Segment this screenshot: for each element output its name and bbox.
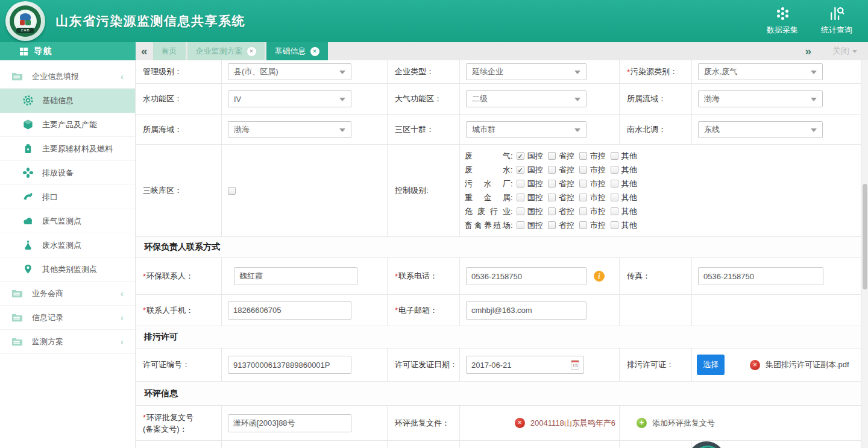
checkbox-provincial[interactable] xyxy=(548,221,556,229)
pollution-source-type-select[interactable]: 废水,废气 xyxy=(698,63,823,80)
checkbox-provincial[interactable] xyxy=(548,166,556,174)
checkbox-other[interactable] xyxy=(611,152,618,160)
contact-mobile-input[interactable] xyxy=(228,301,351,320)
checkbox-municipal[interactable] xyxy=(579,194,587,201)
contact-phone-input[interactable] xyxy=(466,267,587,285)
checkbox-other[interactable] xyxy=(611,180,618,188)
sidebar-group-business-consult[interactable]: 业务会商 ‹ xyxy=(0,282,135,306)
water-function-zone-label: 水功能区： xyxy=(136,84,222,114)
checkbox-municipal[interactable] xyxy=(579,180,587,188)
email-input[interactable] xyxy=(466,301,587,320)
three-zones-ten-clusters-select[interactable]: 城市群 xyxy=(466,121,587,138)
folder-icon xyxy=(11,312,23,323)
close-menu-button[interactable]: 关闭 xyxy=(832,46,857,57)
tab-basic-info[interactable]: 基础信息 xyxy=(266,42,328,60)
outlet-icon xyxy=(22,191,34,203)
eia-file-name: 20041118山东晨鸣年产6 xyxy=(530,418,615,429)
contact-mobile-label: *联系人手机： xyxy=(136,295,222,326)
management-level-label: 管理级别： xyxy=(136,60,222,83)
close-tab-icon[interactable] xyxy=(247,47,256,56)
three-gorges-checkbox[interactable] xyxy=(228,187,236,195)
fax-input[interactable] xyxy=(698,267,823,285)
control-level-label: 控制级别: xyxy=(388,145,460,236)
tab-home[interactable]: 首页 xyxy=(153,42,186,60)
checkbox-national[interactable] xyxy=(517,194,524,201)
permit-issue-date-input[interactable] xyxy=(466,356,584,374)
folder-icon xyxy=(11,71,23,82)
sidebar-group-info-records[interactable]: 信息记录 ‹ xyxy=(0,306,135,330)
checkbox-municipal[interactable] xyxy=(579,207,587,215)
close-tab-icon[interactable] xyxy=(310,47,319,56)
chevron-down-icon xyxy=(574,71,580,74)
checkbox-other[interactable] xyxy=(611,194,618,201)
grid-icon xyxy=(20,48,28,55)
checkbox-provincial[interactable] xyxy=(548,194,556,201)
vertical-scrollbar[interactable] xyxy=(861,60,868,448)
air-function-zone-select[interactable]: 二级 xyxy=(466,90,587,107)
checkbox-provincial[interactable] xyxy=(548,207,556,215)
sidebar-item-materials-fuel[interactable]: 主要原辅材料及燃料 xyxy=(0,137,135,161)
add-eia-number-link[interactable]: 添加环评批复文号 xyxy=(652,418,715,429)
checkbox-national[interactable] xyxy=(517,152,524,160)
south-north-water-label: 南水北调： xyxy=(620,115,692,144)
delete-file-icon[interactable] xyxy=(515,418,525,428)
sidebar-item-products[interactable]: 主要产品及产能 xyxy=(0,113,135,137)
checkbox-provincial[interactable] xyxy=(548,180,556,188)
checkbox-national[interactable] xyxy=(517,221,524,229)
sidebar-item-basic-info[interactable]: 基础信息 xyxy=(0,89,135,113)
email-label: *电子邮箱： xyxy=(388,295,460,326)
calendar-icon[interactable]: 15 xyxy=(571,360,579,370)
checkbox-national[interactable] xyxy=(517,207,524,215)
permit-number-input[interactable] xyxy=(228,356,351,374)
checkbox-other[interactable] xyxy=(611,207,618,215)
permit-cert-label: 排污许可证： xyxy=(620,349,692,381)
eia-approval-number-input[interactable] xyxy=(228,414,351,432)
air-function-zone-label: 大气功能区： xyxy=(388,84,460,114)
scrollbar-thumb[interactable] xyxy=(863,184,867,289)
tab-enterprise-monitor-plan[interactable]: 企业监测方案 xyxy=(187,42,265,60)
checkbox-municipal[interactable] xyxy=(579,221,587,229)
checkbox-municipal[interactable] xyxy=(579,152,587,160)
checkbox-national[interactable] xyxy=(517,166,524,174)
section-contact-header: 环保负责人联系方式 xyxy=(136,237,868,258)
checkbox-other[interactable] xyxy=(611,166,618,174)
app-header: ZHB 山东省污染源监测信息共享系统 数据采集 统计查询 xyxy=(0,0,868,42)
sidebar-item-outlets[interactable]: 排口 xyxy=(0,185,135,209)
permit-date-label: 许可证发证日期： xyxy=(388,349,460,381)
delete-file-icon[interactable] xyxy=(750,360,760,370)
section-permit-header: 排污许可 xyxy=(136,326,868,349)
data-collection-button[interactable]: 数据采集 xyxy=(760,5,805,36)
sidebar-group-monitor-plan[interactable]: 监测方案 ‹ xyxy=(0,330,135,354)
pin-icon xyxy=(22,263,34,275)
folder-icon xyxy=(11,336,23,347)
river-basin-select[interactable]: 渤海 xyxy=(698,90,823,107)
fuel-icon xyxy=(22,143,34,154)
tabs-scroll-right-button[interactable]: » xyxy=(799,42,817,60)
tab-bar: 导航 « 首页 企业监测方案 基础信息 » 关闭 xyxy=(0,42,868,60)
checkbox-national[interactable] xyxy=(517,180,524,188)
sea-area-select[interactable]: 渤海 xyxy=(228,121,351,138)
south-north-water-select[interactable]: 东线 xyxy=(698,121,823,138)
contact-phone-label: *联系电话： xyxy=(388,258,460,294)
chevron-left-icon: ‹ xyxy=(121,312,124,323)
zhb-emblem-logo: ZHB xyxy=(5,1,45,41)
chevron-down-icon xyxy=(339,98,345,101)
management-level-select[interactable]: 县(市、区属) xyxy=(228,63,351,80)
sidebar-group-enterprise-info[interactable]: 企业信息填报 ‹ xyxy=(0,65,135,89)
sidebar-item-other-monitor-points[interactable]: 其他类别监测点 xyxy=(0,257,135,282)
sidebar-item-waste-gas-points[interactable]: 废气监测点 xyxy=(0,209,135,233)
contact-name-input[interactable] xyxy=(234,267,357,285)
checkbox-provincial[interactable] xyxy=(548,152,556,160)
checkbox-municipal[interactable] xyxy=(579,166,587,174)
enterprise-type-select[interactable]: 延续企业 xyxy=(466,63,587,80)
water-function-zone-select[interactable]: IV xyxy=(228,90,351,107)
tabs-scroll-left-button[interactable]: « xyxy=(136,42,153,60)
sidebar-item-waste-water-points[interactable]: 废水监测点 xyxy=(0,233,135,257)
add-icon[interactable] xyxy=(637,418,647,428)
checkbox-other[interactable] xyxy=(611,221,618,229)
statistics-query-button[interactable]: 统计查询 xyxy=(814,5,860,36)
sidebar-item-emission-equipment[interactable]: 排放设备 xyxy=(0,161,135,185)
app-title: 山东省污染源监测信息共享系统 xyxy=(55,0,245,42)
info-icon[interactable]: i xyxy=(594,271,605,282)
select-file-button[interactable]: 选择 xyxy=(697,355,725,375)
